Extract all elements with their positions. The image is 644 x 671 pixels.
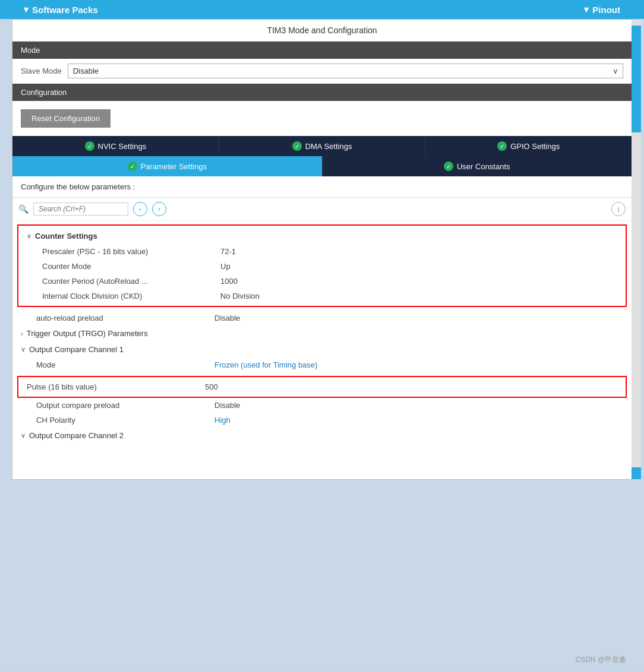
pinout-menu[interactable]: ▾ Pinout: [584, 4, 620, 15]
top-bar: ▾ Software Packs ▾ Pinout: [0, 0, 644, 19]
tabs-row1: ✓ NVIC Settings ✓ DMA Settings ✓ GPIO Se…: [12, 136, 632, 156]
gpio-check-icon: ✓: [497, 141, 507, 151]
clock-div-value: No Division: [220, 292, 260, 300]
scroll-thumb-top: [632, 26, 641, 132]
config-header: Configuration: [12, 84, 632, 101]
reset-btn-row: Reset Configuration: [12, 101, 632, 136]
search-icon: 🔍: [18, 204, 29, 214]
output-ch1-chevron-icon: ∨: [21, 346, 26, 353]
panel-title: TIM3 Mode and Configuration: [12, 20, 632, 42]
pulse-value: 500: [205, 382, 218, 391]
software-packs-menu[interactable]: ▾ Software Packs: [24, 4, 98, 15]
scroll-thumb-bottom: [632, 467, 641, 479]
counter-settings-header[interactable]: ∨ Counter Settings: [18, 228, 626, 244]
pinout-label: Pinout: [592, 5, 620, 15]
chevron-down-icon2: ▾: [584, 4, 589, 15]
tab-parameter[interactable]: ✓ Parameter Settings: [12, 156, 323, 176]
watermark: CSDN @甲君桑: [575, 655, 626, 665]
chevron-down-icon: ▾: [24, 4, 29, 15]
auto-reload-value: Disable: [214, 314, 240, 322]
prescaler-label: Prescaler (PSC - 16 bits value): [42, 247, 220, 256]
output-ch2-header[interactable]: ∨ Output Compare Channel 2: [12, 428, 632, 444]
trigger-output-label: Trigger Output (TRGO) Parameters: [27, 329, 148, 338]
auto-reload-row: auto-reload preload Disable: [12, 311, 632, 325]
output-compare-preload-value: Disable: [214, 401, 240, 410]
software-packs-label: Software Packs: [32, 5, 98, 15]
slave-mode-select-wrapper: Disable ∨: [68, 64, 623, 78]
pulse-row: Pulse (16 bits value) 500: [18, 379, 626, 394]
tab-dma-label: DMA Settings: [305, 142, 352, 151]
prescaler-value: 72-1: [220, 247, 236, 256]
tab-nvic[interactable]: ✓ NVIC Settings: [12, 136, 219, 156]
trigger-output-header[interactable]: › Trigger Output (TRGO) Parameters: [12, 325, 632, 341]
search-input[interactable]: [33, 202, 128, 216]
output-ch2-chevron-icon: ∨: [21, 432, 26, 439]
tab-user-label: User Constants: [457, 162, 510, 171]
slave-mode-row: Slave Mode Disable ∨: [12, 59, 632, 84]
tab-gpio-label: GPIO Settings: [510, 142, 560, 151]
pulse-label: Pulse (16 bits value): [27, 382, 205, 391]
tab-user-constants[interactable]: ✓ User Constants: [323, 156, 632, 176]
ch-polarity-label: CH Polarity: [36, 416, 214, 425]
search-row: 🔍 ‹ › i: [12, 198, 632, 221]
trigger-chevron-icon: ›: [21, 330, 23, 337]
slave-mode-label: Slave Mode: [21, 67, 62, 75]
slave-mode-select[interactable]: Disable: [68, 64, 623, 78]
user-check-icon: ✓: [444, 162, 453, 171]
tab-nvic-label: NVIC Settings: [98, 142, 147, 151]
ch-polarity-row: CH Polarity High: [12, 413, 632, 428]
counter-period-label: Counter Period (AutoReload ...: [42, 277, 220, 286]
next-nav-button[interactable]: ›: [152, 202, 166, 216]
clock-div-label: Internal Clock Division (CKD): [42, 292, 220, 300]
output-ch2-label: Output Compare Channel 2: [29, 431, 124, 440]
counter-chevron-icon: ∨: [27, 232, 31, 240]
output-mode-label: Mode: [36, 360, 214, 369]
tab-param-label: Parameter Settings: [141, 162, 207, 171]
output-ch1-label: Output Compare Channel 1: [29, 345, 124, 354]
mode-header: Mode: [12, 42, 632, 59]
output-compare-preload-label: Output compare preload: [36, 401, 214, 410]
prescaler-row: Prescaler (PSC - 16 bits value) 72-1: [18, 244, 626, 259]
output-ch1-header[interactable]: ∨ Output Compare Channel 1: [12, 341, 632, 357]
counter-settings-label: Counter Settings: [35, 232, 97, 240]
counter-period-row: Counter Period (AutoReload ... 1000: [18, 274, 626, 289]
counter-settings-group: ∨ Counter Settings Prescaler (PSC - 16 b…: [17, 224, 627, 307]
param-check-icon: ✓: [128, 162, 137, 171]
dma-check-icon: ✓: [292, 141, 302, 151]
tabs-row2: ✓ Parameter Settings ✓ User Constants: [12, 156, 632, 176]
pulse-row-highlight: Pulse (16 bits value) 500: [17, 376, 627, 398]
params-area: ∨ Counter Settings Prescaler (PSC - 16 b…: [12, 224, 632, 479]
configure-text: Configure the below parameters :: [12, 176, 632, 198]
counter-mode-row: Counter Mode Up: [18, 259, 626, 274]
tab-dma[interactable]: ✓ DMA Settings: [219, 136, 426, 156]
right-scrollbar[interactable]: [632, 20, 641, 479]
auto-reload-label: auto-reload preload: [36, 314, 214, 322]
output-mode-row: Mode Frozen (used for Timing base): [12, 357, 632, 372]
info-button[interactable]: i: [611, 202, 626, 216]
output-mode-value: Frozen (used for Timing base): [214, 360, 317, 369]
counter-mode-label: Counter Mode: [42, 262, 220, 271]
nvic-check-icon: ✓: [85, 141, 94, 151]
output-compare-preload-row: Output compare preload Disable: [12, 398, 632, 413]
tab-gpio[interactable]: ✓ GPIO Settings: [425, 136, 632, 156]
counter-mode-value: Up: [220, 262, 231, 271]
counter-period-value: 1000: [220, 277, 238, 286]
prev-nav-button[interactable]: ‹: [133, 202, 147, 216]
clock-div-row: Internal Clock Division (CKD) No Divisio…: [18, 289, 626, 303]
ch-polarity-value: High: [214, 416, 231, 425]
main-panel: TIM3 Mode and Configuration Mode Slave M…: [12, 19, 632, 480]
reset-config-button[interactable]: Reset Configuration: [21, 109, 111, 128]
